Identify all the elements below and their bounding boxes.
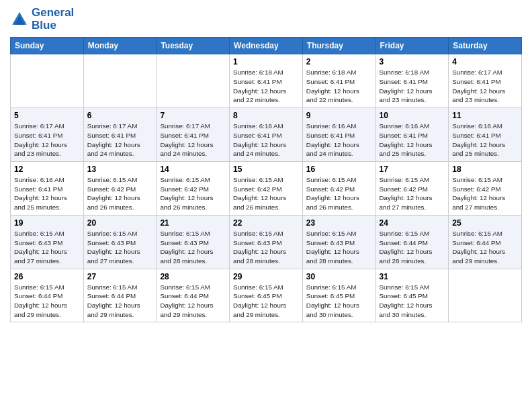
calendar-cell: 17Sunrise: 6:15 AM Sunset: 6:42 PM Dayli… [375,162,449,216]
calendar-cell: 11Sunrise: 6:16 AM Sunset: 6:41 PM Dayli… [449,108,522,162]
day-number: 27 [87,272,153,281]
day-number: 30 [306,272,372,281]
day-info: Sunrise: 6:18 AM Sunset: 6:41 PM Dayligh… [233,68,299,105]
day-number: 6 [87,111,153,120]
calendar-cell: 6Sunrise: 6:17 AM Sunset: 6:41 PM Daylig… [83,108,157,162]
day-info: Sunrise: 6:15 AM Sunset: 6:44 PM Dayligh… [87,283,153,320]
calendar-cell: 26Sunrise: 6:15 AM Sunset: 6:44 PM Dayli… [11,269,84,322]
day-info: Sunrise: 6:15 AM Sunset: 6:44 PM Dayligh… [160,283,226,320]
header: General Blue [10,7,522,32]
day-info: Sunrise: 6:15 AM Sunset: 6:45 PM Dayligh… [380,283,445,320]
calendar-cell: 7Sunrise: 6:17 AM Sunset: 6:41 PM Daylig… [157,108,230,162]
calendar-cell: 29Sunrise: 6:15 AM Sunset: 6:45 PM Dayli… [230,269,303,322]
week-row-3: 12Sunrise: 6:16 AM Sunset: 6:41 PM Dayli… [11,162,522,216]
calendar-cell: 27Sunrise: 6:15 AM Sunset: 6:44 PM Dayli… [83,269,157,322]
week-row-2: 5Sunrise: 6:17 AM Sunset: 6:41 PM Daylig… [11,108,522,162]
week-row-4: 19Sunrise: 6:15 AM Sunset: 6:43 PM Dayli… [11,215,522,269]
calendar-table: SundayMondayTuesdayWednesdayThursdayFrid… [10,37,522,322]
day-number: 3 [380,57,445,66]
day-number: 23 [306,218,372,228]
calendar-cell: 2Sunrise: 6:18 AM Sunset: 6:41 PM Daylig… [302,54,375,108]
main-container: General Blue SundayMondayTuesdayWednesda… [0,0,532,329]
day-info: Sunrise: 6:16 AM Sunset: 6:41 PM Dayligh… [380,122,445,158]
weekday-sunday: Sunday [11,38,84,54]
calendar-cell [157,54,230,108]
day-info: Sunrise: 6:16 AM Sunset: 6:41 PM Dayligh… [452,122,518,158]
day-info: Sunrise: 6:15 AM Sunset: 6:44 PM Dayligh… [452,229,518,266]
calendar-cell: 21Sunrise: 6:15 AM Sunset: 6:43 PM Dayli… [157,215,230,269]
day-info: Sunrise: 6:15 AM Sunset: 6:44 PM Dayligh… [380,229,445,266]
day-info: Sunrise: 6:15 AM Sunset: 6:43 PM Dayligh… [306,229,372,266]
calendar-cell: 31Sunrise: 6:15 AM Sunset: 6:45 PM Dayli… [375,269,449,322]
week-row-5: 26Sunrise: 6:15 AM Sunset: 6:44 PM Dayli… [11,269,522,322]
calendar-cell: 19Sunrise: 6:15 AM Sunset: 6:43 PM Dayli… [11,215,84,269]
weekday-wednesday: Wednesday [230,38,303,54]
day-info: Sunrise: 6:18 AM Sunset: 6:41 PM Dayligh… [306,68,372,105]
day-info: Sunrise: 6:16 AM Sunset: 6:41 PM Dayligh… [233,122,299,158]
day-number: 20 [87,218,153,228]
calendar-cell: 30Sunrise: 6:15 AM Sunset: 6:45 PM Dayli… [302,269,375,322]
week-row-1: 1Sunrise: 6:18 AM Sunset: 6:41 PM Daylig… [11,54,522,108]
day-info: Sunrise: 6:16 AM Sunset: 6:41 PM Dayligh… [14,175,80,212]
day-info: Sunrise: 6:17 AM Sunset: 6:41 PM Dayligh… [87,122,153,158]
day-info: Sunrise: 6:15 AM Sunset: 6:42 PM Dayligh… [233,175,299,212]
calendar-cell: 20Sunrise: 6:15 AM Sunset: 6:43 PM Dayli… [83,215,157,269]
calendar-cell: 4Sunrise: 6:17 AM Sunset: 6:41 PM Daylig… [449,54,522,108]
day-info: Sunrise: 6:15 AM Sunset: 6:42 PM Dayligh… [87,175,153,212]
calendar-cell: 14Sunrise: 6:15 AM Sunset: 6:42 PM Dayli… [157,162,230,216]
day-number: 24 [380,218,445,228]
day-number: 15 [233,165,299,174]
calendar-cell: 12Sunrise: 6:16 AM Sunset: 6:41 PM Dayli… [11,162,84,216]
day-number: 31 [380,272,445,281]
day-number: 28 [160,272,226,281]
calendar-cell: 1Sunrise: 6:18 AM Sunset: 6:41 PM Daylig… [230,54,303,108]
day-info: Sunrise: 6:15 AM Sunset: 6:45 PM Dayligh… [233,283,299,320]
day-info: Sunrise: 6:15 AM Sunset: 6:43 PM Dayligh… [233,229,299,266]
day-number: 2 [306,57,372,66]
weekday-tuesday: Tuesday [157,38,230,54]
weekday-saturday: Saturday [449,38,522,54]
day-number: 9 [306,111,372,120]
day-info: Sunrise: 6:15 AM Sunset: 6:43 PM Dayligh… [87,229,153,266]
day-info: Sunrise: 6:15 AM Sunset: 6:43 PM Dayligh… [160,229,226,266]
calendar-cell: 5Sunrise: 6:17 AM Sunset: 6:41 PM Daylig… [11,108,84,162]
calendar-cell: 28Sunrise: 6:15 AM Sunset: 6:44 PM Dayli… [157,269,230,322]
day-number: 14 [160,165,226,174]
day-info: Sunrise: 6:15 AM Sunset: 6:44 PM Dayligh… [14,283,80,320]
day-number: 11 [452,111,518,120]
day-info: Sunrise: 6:15 AM Sunset: 6:42 PM Dayligh… [160,175,226,212]
day-number: 22 [233,218,299,228]
calendar-cell: 15Sunrise: 6:15 AM Sunset: 6:42 PM Dayli… [230,162,303,216]
calendar-cell [11,54,84,108]
logo: General Blue [10,7,74,32]
day-number: 5 [14,111,80,120]
day-number: 19 [14,218,80,228]
weekday-monday: Monday [83,38,157,54]
calendar-cell: 23Sunrise: 6:15 AM Sunset: 6:43 PM Dayli… [302,215,375,269]
weekday-header-row: SundayMondayTuesdayWednesdayThursdayFrid… [11,38,522,54]
day-info: Sunrise: 6:15 AM Sunset: 6:45 PM Dayligh… [306,283,372,320]
day-info: Sunrise: 6:15 AM Sunset: 6:42 PM Dayligh… [452,175,518,212]
calendar-cell: 18Sunrise: 6:15 AM Sunset: 6:42 PM Dayli… [449,162,522,216]
weekday-thursday: Thursday [302,38,375,54]
calendar-cell: 16Sunrise: 6:15 AM Sunset: 6:42 PM Dayli… [302,162,375,216]
weekday-friday: Friday [375,38,449,54]
day-number: 17 [380,165,445,174]
day-number: 29 [233,272,299,281]
calendar-cell [83,54,157,108]
day-number: 21 [160,218,226,228]
day-info: Sunrise: 6:15 AM Sunset: 6:43 PM Dayligh… [14,229,80,266]
day-number: 4 [452,57,518,66]
calendar-cell: 9Sunrise: 6:16 AM Sunset: 6:41 PM Daylig… [302,108,375,162]
day-info: Sunrise: 6:16 AM Sunset: 6:41 PM Dayligh… [306,122,372,158]
day-number: 13 [87,165,153,174]
day-number: 8 [233,111,299,120]
day-number: 7 [160,111,226,120]
day-info: Sunrise: 6:18 AM Sunset: 6:41 PM Dayligh… [380,68,445,105]
day-number: 25 [452,218,518,228]
day-info: Sunrise: 6:17 AM Sunset: 6:41 PM Dayligh… [452,68,518,105]
day-number: 1 [233,57,299,66]
logo-icon [10,10,29,29]
calendar-cell: 3Sunrise: 6:18 AM Sunset: 6:41 PM Daylig… [375,54,449,108]
day-number: 12 [14,165,80,174]
